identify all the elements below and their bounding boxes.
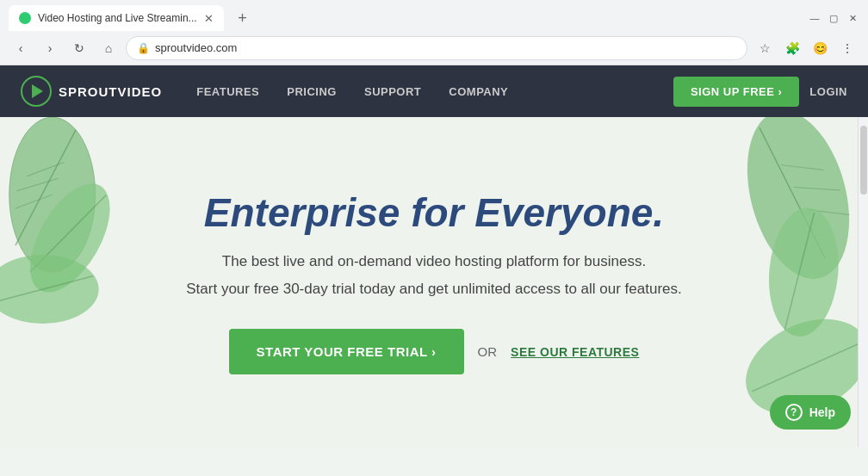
address-bar: ‹ › ↻ ⌂ 🔒 sproutvideo.com ☆ 🧩 😊 ⋮	[0, 31, 868, 65]
hero-description: Start your free 30-day trial today and g…	[186, 281, 681, 298]
profile-button[interactable]: 😊	[808, 36, 832, 60]
logo-text: SPROUTVIDEO	[59, 84, 162, 99]
back-button[interactable]: ‹	[9, 36, 33, 60]
maximize-button[interactable]: ▢	[827, 11, 840, 25]
nav-support[interactable]: SUPPORT	[364, 85, 421, 98]
forward-button[interactable]: ›	[38, 36, 62, 60]
or-separator: OR	[478, 344, 498, 359]
browser-chrome: Video Hosting and Live Streamin... ✕ + —…	[0, 0, 868, 65]
help-icon: ?	[785, 404, 803, 421]
play-icon	[32, 84, 43, 98]
features-link[interactable]: SEE OUR FEATURES	[511, 345, 639, 359]
home-button[interactable]: ⌂	[96, 36, 121, 60]
hero-section: Enterprise for Everyone. The best live a…	[0, 117, 868, 447]
scrollbar-thumb[interactable]	[860, 126, 867, 195]
extensions-button[interactable]: 🧩	[780, 36, 804, 60]
browser-actions: ☆ 🧩 😊 ⋮	[753, 36, 859, 60]
window-controls: — ▢ ✕	[808, 11, 859, 25]
logo-icon	[21, 76, 52, 107]
website: SPROUTVIDEO FEATURES PRICING SUPPORT COM…	[0, 65, 868, 447]
nav-pricing[interactable]: PRICING	[287, 85, 337, 98]
hero-actions: START YOUR FREE TRIAL › OR SEE OUR FEATU…	[229, 329, 640, 374]
nav-features[interactable]: FEATURES	[196, 85, 259, 98]
nav-right: SIGN UP FREE › LOGIN	[673, 77, 847, 107]
url-input[interactable]: 🔒 sproutvideo.com	[126, 36, 747, 60]
nav-company[interactable]: COMPANY	[449, 85, 508, 98]
close-button[interactable]: ✕	[846, 11, 859, 25]
hero-subtitle: The best live and on-demand video hostin…	[222, 253, 646, 270]
scrollbar[interactable]	[858, 117, 868, 447]
new-tab-button[interactable]: +	[231, 6, 255, 30]
bookmark-button[interactable]: ☆	[753, 36, 777, 60]
menu-button[interactable]: ⋮	[835, 36, 859, 60]
help-label: Help	[809, 405, 835, 419]
nav-links: FEATURES PRICING SUPPORT COMPANY	[196, 85, 508, 98]
login-button[interactable]: LOGIN	[809, 85, 847, 98]
leaf-decoration-3	[0, 237, 110, 346]
signup-button[interactable]: SIGN UP FREE ›	[673, 77, 799, 107]
help-button[interactable]: ? Help	[770, 395, 851, 430]
tab-title: Video Hosting and Live Streamin...	[38, 12, 197, 24]
title-bar: Video Hosting and Live Streamin... ✕ + —…	[0, 0, 868, 31]
logo[interactable]: SPROUTVIDEO	[21, 76, 162, 107]
browser-tab[interactable]: Video Hosting and Live Streamin... ✕	[9, 5, 224, 31]
refresh-button[interactable]: ↻	[67, 36, 91, 60]
tab-close-button[interactable]: ✕	[204, 12, 214, 25]
svg-point-8	[0, 255, 99, 324]
hero-title: Enterprise for Everyone.	[204, 189, 664, 236]
minimize-button[interactable]: —	[808, 11, 822, 25]
url-text: sproutvideo.com	[155, 41, 237, 54]
trial-button[interactable]: START YOUR FREE TRIAL ›	[229, 329, 464, 374]
tab-favicon	[19, 12, 31, 24]
lock-icon: 🔒	[137, 42, 150, 54]
navigation: SPROUTVIDEO FEATURES PRICING SUPPORT COM…	[0, 65, 868, 117]
